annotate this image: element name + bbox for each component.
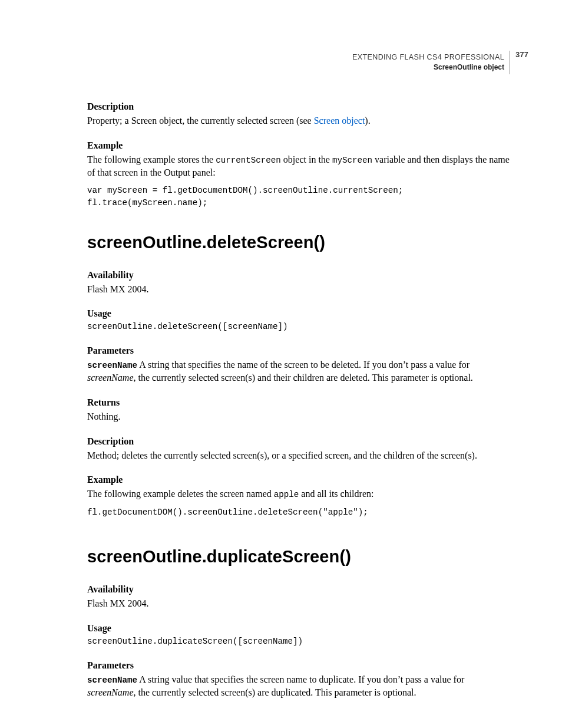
parameter-text: screenName A string that specifies the n… — [87, 358, 510, 384]
usage-code-2: screenOutline.duplicateScreen([screenNam… — [87, 636, 510, 647]
example-text-2a: The following example deletes the screen… — [87, 489, 274, 499]
example-text-2: The following example deletes the screen… — [87, 487, 510, 500]
content-area: Description Property; a Screen object, t… — [87, 101, 510, 699]
parameters-heading-2: Parameters — [87, 660, 510, 671]
availability-text-2: Flash MX 2004. — [87, 597, 510, 610]
api-heading-deletescreen: screenOutline.deleteScreen() — [87, 233, 510, 252]
description-heading: Description — [87, 101, 510, 112]
page-number: 377 — [515, 51, 528, 60]
param-italic-screenname: screenName — [87, 373, 134, 383]
param-text-2a: A string value that specifies the screen… — [137, 674, 464, 684]
example-heading-2: Example — [87, 475, 510, 485]
param-text-b: , the currently selected screen(s) and t… — [134, 373, 473, 383]
usage-heading: Usage — [87, 308, 510, 319]
example-code-block: var myScreen = fl.getDocumentDOM().scree… — [87, 185, 510, 209]
example-text-2b: and all its children: — [299, 489, 373, 499]
api-heading-duplicatescreen: screenOutline.duplicateScreen() — [87, 547, 510, 566]
example-text-a: The following example stores the — [87, 154, 216, 164]
description-text: Property; a Screen object, the currently… — [87, 114, 510, 127]
example-heading: Example — [87, 140, 510, 151]
param-text-2b: , the currently selected screen(s) are d… — [134, 687, 416, 697]
availability-heading-2: Availability — [87, 584, 510, 595]
doc-title: EXTENDING FLASH CS4 PROFESSIONAL — [352, 53, 504, 61]
usage-heading-2: Usage — [87, 623, 510, 634]
param-name-screenname-2: screenName — [87, 676, 137, 685]
param-name-screenname: screenName — [87, 361, 137, 370]
example-code-block-2: fl.getDocumentDOM().screenOutline.delete… — [87, 506, 510, 519]
availability-text: Flash MX 2004. — [87, 283, 510, 296]
description-text-b: ). — [365, 116, 370, 126]
description-text-a: Property; a Screen object, the currently… — [87, 116, 314, 126]
description-text-2: Method; deletes the currently selected s… — [87, 449, 510, 462]
code-myscreen: myScreen — [332, 156, 372, 165]
returns-text: Nothing. — [87, 410, 510, 423]
parameters-heading: Parameters — [87, 345, 510, 356]
parameter-text-2: screenName A string value that specifies… — [87, 673, 510, 699]
usage-code: screenOutline.deleteScreen([screenName]) — [87, 321, 510, 332]
running-header: EXTENDING FLASH CS4 PROFESSIONAL 377 Scr… — [87, 51, 510, 74]
returns-heading: Returns — [87, 397, 510, 408]
screen-object-link[interactable]: Screen object — [314, 116, 365, 126]
availability-heading: Availability — [87, 270, 510, 281]
section-title: ScreenOutline object — [87, 63, 504, 72]
example-text: The following example stores the current… — [87, 153, 510, 179]
param-text-a: A string that specifies the name of the … — [137, 360, 470, 370]
page-container: EXTENDING FLASH CS4 PROFESSIONAL 377 Scr… — [87, 51, 510, 712]
param-italic-screenname-2: screenName — [87, 687, 134, 697]
example-text-b: object in the — [281, 154, 332, 164]
code-currentscreen: currentScreen — [216, 156, 281, 165]
code-apple: apple — [274, 490, 299, 499]
description-heading-2: Description — [87, 436, 510, 447]
